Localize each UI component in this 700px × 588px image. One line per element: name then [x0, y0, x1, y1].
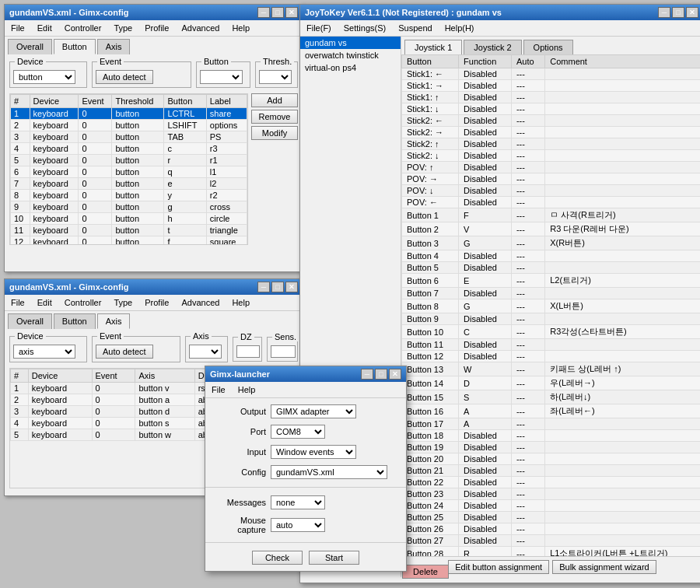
launcher-maximize-btn[interactable]: □	[375, 369, 387, 380]
gimx2-dz-input[interactable]	[236, 345, 260, 358]
gimx1-menu-type[interactable]: Type	[110, 22, 135, 34]
launcher-messages-select[interactable]: none	[271, 495, 325, 509]
gimx2-menu-help[interactable]: Help	[229, 296, 253, 309]
gimx2-minimize-btn[interactable]: ─	[257, 282, 270, 292]
gimx1-device-select[interactable]: button	[13, 70, 75, 84]
table-row[interactable]: Stick2: ←Disabled---	[402, 115, 701, 127]
launcher-check-btn[interactable]: Check	[252, 551, 303, 565]
table-row[interactable]: Button 26Disabled---	[402, 523, 701, 535]
joytokey-menu-file[interactable]: File(F)	[303, 22, 334, 34]
table-row[interactable]: Button 3G---X(R버튼)	[402, 236, 701, 250]
joytokey-menu-help[interactable]: Help(H)	[442, 22, 478, 34]
table-row[interactable]: Button 4Disabled---	[402, 250, 701, 262]
table-row[interactable]: Stick2: →Disabled---	[402, 127, 701, 138]
gimx1-menu-advanced[interactable]: Advanced	[178, 22, 222, 34]
launcher-port-select[interactable]: COM8	[271, 425, 325, 439]
gimx2-menu-edit[interactable]: Edit	[34, 296, 55, 309]
joystick2-tab[interactable]: Joystick 2	[464, 40, 521, 54]
gimx1-button-select[interactable]	[200, 70, 243, 84]
table-row[interactable]: 5keyboard0buttonrr1	[11, 155, 247, 166]
game-item-gundam[interactable]: gundam vs	[300, 37, 401, 49]
table-row[interactable]: Stick1: →Disabled---	[402, 80, 701, 92]
table-row[interactable]: Button 2V---R3 다운(R레버 다운)	[402, 222, 701, 236]
table-row[interactable]: Button 25Disabled---	[402, 512, 701, 523]
gimx1-add-btn[interactable]: Add	[251, 93, 298, 107]
gimx2-menu-profile[interactable]: Profile	[142, 296, 172, 309]
table-row[interactable]: POV: ↑Disabled---	[402, 162, 701, 173]
table-row[interactable]: Button 20Disabled---	[402, 453, 701, 465]
table-row[interactable]: Button 21Disabled---	[402, 465, 701, 477]
table-row[interactable]: Button 15S---하(L레버↓)	[402, 390, 701, 404]
table-row[interactable]: 4keyboard0buttoncr3	[11, 143, 247, 155]
table-row[interactable]: Button 27Disabled---	[402, 535, 701, 547]
gimx2-close-btn[interactable]: ✕	[285, 282, 298, 292]
table-row[interactable]: 3keyboard0buttonTABPS	[11, 131, 247, 143]
table-row[interactable]: Stick2: ↓Disabled---	[402, 150, 701, 162]
gimx1-menu-controller[interactable]: Controller	[61, 22, 105, 34]
table-row[interactable]: Button 17A---	[402, 418, 701, 430]
gimx2-tab-overall[interactable]: Overall	[8, 313, 52, 329]
table-row[interactable]: Stick1: ←Disabled---	[402, 68, 701, 80]
table-row[interactable]: Button 5Disabled---	[402, 262, 701, 274]
table-row[interactable]: POV: ←Disabled---	[402, 197, 701, 208]
launcher-menu-file[interactable]: File	[208, 383, 229, 396]
gimx2-auto-detect-btn[interactable]: Auto detect	[96, 345, 153, 359]
table-row[interactable]: Button 24Disabled---	[402, 500, 701, 512]
table-row[interactable]: Stick2: ↑Disabled---	[402, 138, 701, 150]
gimx1-menu-profile[interactable]: Profile	[142, 22, 172, 34]
gimx2-tab-button[interactable]: Button	[54, 313, 96, 329]
gimx1-maximize-btn[interactable]: □	[271, 7, 284, 18]
table-row[interactable]: Button 16A---좌(L레버←)	[402, 404, 701, 418]
table-row[interactable]: 9keyboard0buttongcross	[11, 201, 247, 213]
joytokey-menu-suspend[interactable]: Suspend	[395, 22, 435, 34]
gimx1-auto-detect-btn[interactable]: Auto detect	[96, 70, 153, 84]
table-row[interactable]: Button 10C---R3각성(스타트버튼)	[402, 325, 701, 339]
joytokey-menu-settings[interactable]: Settings(S)	[341, 22, 389, 34]
gimx1-close-btn[interactable]: ✕	[285, 7, 298, 18]
gimx2-device-select[interactable]: axis	[13, 345, 75, 359]
table-row[interactable]: Button 18Disabled---	[402, 430, 701, 442]
gimx2-menu-controller[interactable]: Controller	[61, 296, 105, 309]
joytokey-minimize-btn[interactable]: ─	[658, 7, 670, 18]
gimx2-tab-axis[interactable]: Axis	[97, 313, 131, 329]
launcher-output-select[interactable]: GIMX adapter	[271, 404, 356, 418]
table-row[interactable]: Button 8G---X(L버튼)	[402, 299, 701, 313]
launcher-input-select[interactable]: Window events	[271, 445, 356, 459]
edit-button-assignment-btn[interactable]: Edit button assignment	[448, 560, 549, 574]
bulk-assignment-wizard-btn[interactable]: Bulk assignment wizard	[552, 560, 656, 574]
gimx1-menu-edit[interactable]: Edit	[34, 22, 55, 34]
launcher-config-select[interactable]: gundamVS.xml	[271, 465, 387, 479]
table-row[interactable]: Button 28R---L1소트라이커(L버튼 +L트리거)	[402, 547, 701, 557]
gimx2-sens-input[interactable]	[271, 345, 296, 358]
table-row[interactable]: 6keyboard0buttonql1	[11, 166, 247, 178]
table-row[interactable]: 12keyboard0buttonfsquare	[11, 236, 247, 246]
table-row[interactable]: Button 23Disabled---	[402, 488, 701, 500]
gimx1-tab-button[interactable]: Button	[54, 39, 96, 54]
table-row[interactable]: 8keyboard0buttonyr2	[11, 190, 247, 201]
table-row[interactable]: Button 14D---우(L레버→)	[402, 376, 701, 390]
gimx2-menu-advanced[interactable]: Advanced	[178, 296, 222, 309]
table-row[interactable]: Button 6E---L2(트리거)	[402, 274, 701, 288]
launcher-minimize-btn[interactable]: ─	[361, 369, 373, 380]
table-row[interactable]: 11keyboard0buttonttriangle	[11, 225, 247, 236]
delete-btn[interactable]: Delete	[402, 565, 449, 579]
table-row[interactable]: Button 7Disabled---	[402, 288, 701, 299]
joystick1-tab[interactable]: Joystick 1	[404, 40, 462, 54]
game-item-virtualon[interactable]: virtual-on ps4	[300, 61, 401, 74]
table-row[interactable]: POV: ↓Disabled---	[402, 185, 701, 197]
gimx1-threshold-select[interactable]	[259, 70, 292, 84]
table-row[interactable]: Stick1: ↑Disabled---	[402, 92, 701, 103]
launcher-close-btn[interactable]: ✕	[389, 369, 401, 380]
gimx1-minimize-btn[interactable]: ─	[257, 7, 270, 18]
launcher-mouse-select[interactable]: auto	[271, 518, 325, 532]
launcher-start-btn[interactable]: Start	[309, 551, 359, 565]
launcher-menu-help[interactable]: Help	[235, 383, 259, 396]
gimx1-menu-file[interactable]: File	[8, 22, 28, 34]
gimx1-menu-help[interactable]: Help	[229, 22, 253, 34]
table-row[interactable]: Button 19Disabled---	[402, 442, 701, 453]
joytokey-close-btn[interactable]: ✕	[686, 7, 698, 18]
table-row[interactable]: Button 12Disabled---	[402, 351, 701, 362]
gimx1-modify-btn[interactable]: Modify	[251, 126, 298, 140]
table-row[interactable]: Button 9Disabled---	[402, 313, 701, 325]
table-row[interactable]: Button 11Disabled---	[402, 339, 701, 351]
